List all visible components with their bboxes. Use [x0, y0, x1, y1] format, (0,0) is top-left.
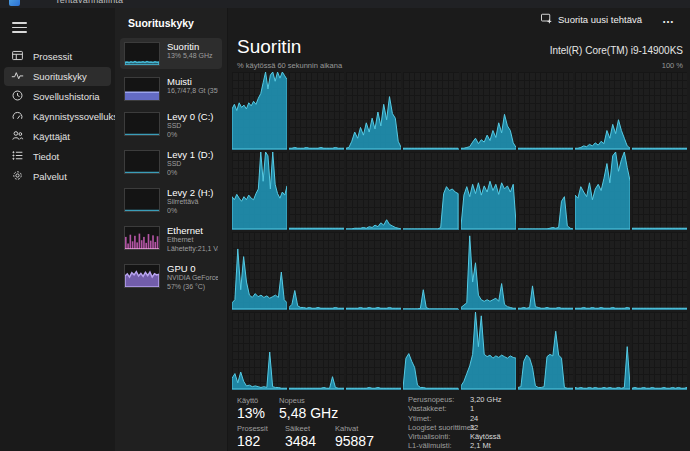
cpu-core-chart — [632, 312, 687, 390]
cpu-model-label: Intel(R) Core(TM) i9-14900KS — [550, 45, 683, 58]
spec-label: L1-välimuisti: — [408, 442, 470, 451]
cpu-core-chart — [403, 312, 458, 390]
sockets-value: 1 — [470, 405, 502, 414]
sidebar-item-label: Palvelut — [33, 171, 67, 182]
disk0-mini-chart — [124, 112, 160, 136]
threads-count: 3484 — [285, 433, 325, 449]
stat-label: Nopeus — [279, 396, 338, 405]
services-icon — [11, 169, 24, 184]
perf-item-disk1[interactable]: Levy 1 (D:) SSD 0% — [120, 146, 222, 180]
cpu-core-chart — [289, 152, 344, 230]
stat-label: Prosessit — [237, 424, 275, 433]
performance-list-panel: Suorituskyky Suoritin 13% 5,48 GHz Muist… — [115, 8, 228, 451]
perf-item-sub: SSD — [167, 122, 213, 131]
perf-item-ethernet[interactable]: Ethernet Ethernet Lähetetty:21,1 Vastaan… — [120, 222, 222, 256]
sidebar-item-label: Käynnistyssovellukset — [33, 111, 126, 122]
cpu-core-chart — [232, 72, 287, 150]
cpu-speed-value: 5,48 GHz — [279, 405, 338, 421]
gpu-mini-chart — [124, 264, 160, 288]
hamburger-menu-icon[interactable] — [12, 22, 27, 33]
cpu-core-chart — [403, 232, 458, 310]
perf-item-title: Suoritin — [167, 41, 213, 52]
cpu-core-chart — [461, 312, 516, 390]
disk1-mini-chart — [124, 150, 160, 174]
cpu-core-chart — [346, 232, 401, 310]
cpu-core-chart — [289, 312, 344, 390]
cpu-core-chart — [289, 232, 344, 310]
sidebar-item-app-history[interactable]: Sovellushistoria — [4, 87, 111, 106]
cpu-core-chart — [403, 72, 458, 150]
cpu-core-chart — [632, 232, 687, 310]
window-title: Tehtävänhallinta — [55, 0, 123, 5]
l1-cache-value: 2,1 Mt — [470, 442, 502, 451]
perf-item-disk2[interactable]: Levy 2 (H:) Siirrettävä 0% — [120, 184, 222, 218]
cpu-core-chart — [518, 232, 573, 310]
cpu-core-chart — [575, 152, 630, 230]
sidebar-item-services[interactable]: Palvelut — [4, 167, 111, 186]
performance-icon — [11, 69, 24, 84]
nav-sidebar: Prosessit Suorituskyky Sovellushistoria … — [0, 8, 115, 451]
app-icon — [9, 0, 20, 6]
perf-item-sub: Siirrettävä — [167, 198, 213, 207]
run-new-task-label: Suorita uusi tehtävä — [558, 14, 642, 25]
spec-label: Vastakkeet: — [408, 405, 470, 414]
perf-item-sub: 0% — [167, 169, 213, 178]
cpu-core-chart — [232, 312, 287, 390]
sidebar-item-label: Sovellushistoria — [33, 91, 100, 102]
perf-item-sub: 0% — [167, 131, 213, 140]
cpu-stats: Käyttö 13% Nopeus 5,48 GHz Prosessit 182 — [228, 390, 690, 451]
cpu-core-chart — [461, 72, 516, 150]
more-options-button[interactable]: … — [658, 12, 678, 26]
cpu-core-chart — [518, 312, 573, 390]
cpu-core-chart — [632, 152, 687, 230]
chart-caption: % käytössä 60 sekunnin aikana — [237, 61, 342, 70]
y-axis-max-label: 100 % — [662, 61, 683, 70]
perf-item-disk0[interactable]: Levy 0 (C:) SSD 0% — [120, 108, 222, 142]
sidebar-item-users[interactable]: Käyttäjät — [4, 127, 111, 146]
handles-count: 95887 — [335, 433, 374, 449]
perf-item-cpu[interactable]: Suoritin 13% 5,48 GHz — [120, 38, 222, 69]
cpu-core-chart — [575, 232, 630, 310]
cpu-mini-chart — [124, 42, 160, 66]
cpu-core-chart — [346, 312, 401, 390]
base-speed-value: 3,20 GHz — [470, 396, 502, 405]
perf-item-title: GPU 0 — [167, 263, 218, 274]
sidebar-item-startup-apps[interactable]: Käynnistyssovellukset — [4, 107, 111, 126]
perf-item-sub: NVIDIA GeForce RTX 4... — [167, 274, 218, 283]
cpu-detail-panel: Suorita uusi tehtävä … Suoritin Intel(R)… — [228, 8, 690, 451]
perf-item-gpu[interactable]: GPU 0 NVIDIA GeForce RTX 4... 57% (36 °C… — [120, 260, 222, 294]
sidebar-item-label: Tiedot — [33, 151, 59, 162]
cpu-core-chart — [575, 312, 630, 390]
ethernet-mini-chart — [124, 226, 160, 250]
sidebar-item-processes[interactable]: Prosessit — [4, 47, 111, 66]
run-new-task-button[interactable]: Suorita uusi tehtävä — [540, 12, 642, 26]
perf-item-sub: 13% 5,48 GHz — [167, 52, 213, 61]
sidebar-item-label: Käyttäjät — [33, 131, 70, 142]
details-icon — [11, 149, 24, 164]
perf-item-title: Levy 0 (C:) — [167, 111, 213, 122]
perf-item-sub: 0% — [167, 207, 213, 216]
titlebar: Tehtävänhallinta — [0, 0, 690, 8]
perf-item-sub: Lähetetty:21,1 Vastaanotet — [167, 245, 218, 254]
perf-item-sub: Ethernet — [167, 236, 218, 245]
sidebar-item-label: Prosessit — [33, 51, 72, 62]
cpu-core-chart — [346, 152, 401, 230]
perf-item-sub: 57% (36 °C) — [167, 283, 218, 292]
perf-item-title: Ethernet — [167, 225, 218, 236]
perf-item-sub: 16,7/47,8 Gt (35%) — [167, 87, 218, 96]
perf-item-sub: SSD — [167, 160, 213, 169]
sidebar-item-performance[interactable]: Suorituskyky — [4, 67, 111, 86]
cpu-core-chart — [403, 152, 458, 230]
cpu-core-chart — [575, 72, 630, 150]
sidebar-item-label: Suorituskyky — [33, 71, 87, 82]
perf-item-memory[interactable]: Muisti 16,7/47,8 Gt (35%) — [120, 73, 222, 104]
stat-label: Säikeet — [285, 424, 325, 433]
cpu-spec-list: Perusnopeus: 3,20 GHz Vastakkeet: 1 Ytim… — [408, 396, 502, 451]
memory-mini-chart — [124, 77, 160, 101]
app-history-icon — [11, 89, 24, 104]
sidebar-item-details[interactable]: Tiedot — [4, 147, 111, 166]
task-manager-window: Tehtävänhallinta Prosessit Suorituskyky … — [0, 0, 690, 451]
processes-count: 182 — [237, 433, 275, 449]
cpu-core-chart — [232, 232, 287, 310]
processes-icon — [11, 49, 24, 64]
